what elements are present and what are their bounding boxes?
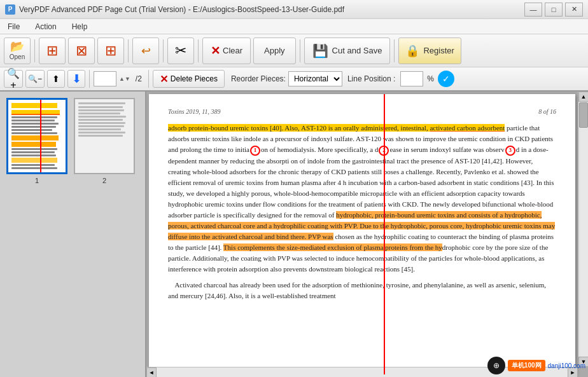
line-position-label: Line Position : — [345, 74, 398, 83]
cut-line — [384, 94, 385, 374]
thumbnail-1[interactable]: 1 — [6, 98, 67, 184]
down-icon: ⬇ — [72, 72, 81, 86]
save-icon: 💾 — [312, 43, 328, 58]
zoom-out-button[interactable]: 🔍− — [25, 70, 45, 88]
page-spinner: ▲▼ — [119, 76, 130, 82]
cut-horizontal-button[interactable]: ⊠ — [68, 38, 95, 64]
close-button[interactable]: ✕ — [565, 3, 583, 17]
thumbnail-2[interactable]: 2 — [74, 98, 135, 184]
menu-file[interactable]: File — [5, 21, 22, 32]
menu-action[interactable]: Action — [32, 21, 59, 32]
reorder-label: Reorder Pieces: — [227, 74, 286, 83]
thumb-frame-1[interactable] — [6, 98, 67, 174]
thumbnail-panel: 1 2 — [0, 92, 146, 377]
page-total: /2 — [133, 74, 144, 83]
scroll-left-button[interactable]: ◄ — [146, 367, 157, 378]
delete-pieces-button[interactable]: ✕ Delete Pieces — [153, 70, 225, 88]
register-button[interactable]: 🔒 Register — [398, 38, 461, 64]
page-header: Toxins 2019, 11, 389 8 of 16 — [168, 107, 556, 116]
toolbar2-sep-1 — [89, 70, 90, 88]
app-icon: P — [5, 4, 15, 15]
home-button[interactable]: ⬆ — [47, 70, 65, 88]
reorder-select[interactable]: HorizontalVertical — [288, 71, 342, 86]
down-button[interactable]: ⬇ — [67, 70, 85, 88]
thumb-red-line-1 — [40, 100, 41, 172]
undo-button[interactable]: ↩ — [132, 38, 159, 64]
main-toolbar: 📂 Open ⊞ ⊠ ⊞ ↩ ✂ ✕ Clear Apply 💾 Cut and — [0, 34, 588, 67]
pdf-content: adsorb protein-bound uremic toxins [40].… — [168, 123, 556, 301]
apply-button[interactable]: Apply — [253, 38, 296, 64]
delete-pieces-label: Delete Pieces — [171, 74, 218, 83]
clear-button[interactable]: ✕ Clear — [202, 38, 251, 64]
cut-save-label: Cut and Save — [332, 46, 382, 55]
clear-label: Clear — [223, 46, 242, 55]
apply-label: Apply — [264, 46, 285, 55]
secondary-toolbar: 🔍+ 🔍− ⬆ ⬇ 1 ▲▼ /2 ✕ Delete Pieces Reorde… — [0, 67, 588, 92]
clear-x-icon: ✕ — [211, 44, 220, 58]
cut-vertical-icon: ⊞ — [46, 44, 58, 58]
thumb-label-1: 1 — [35, 177, 39, 184]
toolbar-separator-1 — [34, 39, 35, 62]
main-area: 1 2 ▲ — [0, 92, 588, 377]
content-area: ▲ ▼ Toxins 2019, 11, 389 8 of 16 adsorb … — [146, 92, 588, 377]
scroll-track[interactable] — [578, 102, 588, 357]
confirm-button[interactable]: ✓ — [438, 71, 454, 87]
page-number-input[interactable]: 1 — [94, 71, 116, 86]
thumb-label-2: 2 — [102, 177, 106, 184]
pdf-page: Toxins 2019, 11, 389 8 of 16 adsorb prot… — [149, 94, 575, 374]
window-title: VeryPDF Advanced PDF Page Cut (Trial Ver… — [19, 5, 344, 14]
minimize-button[interactable]: — — [524, 3, 542, 17]
toolbar2-sep-2 — [148, 70, 149, 88]
undo-icon: ↩ — [141, 45, 151, 57]
scroll-up-button[interactable]: ▲ — [578, 92, 588, 102]
open-label: Open — [10, 53, 25, 60]
scroll-thumb[interactable] — [579, 102, 588, 128]
toolbar-separator-3 — [163, 39, 164, 62]
open-icon: 📂 — [10, 41, 24, 52]
watermark-url: danji100.com — [548, 362, 585, 369]
cut-vertical-button[interactable]: ⊞ — [39, 38, 66, 64]
open-button[interactable]: 📂 Open — [4, 38, 31, 64]
watermark: ⊕ 单机100网 danji100.com — [487, 357, 585, 374]
toolbar-separator-5 — [300, 39, 300, 62]
scissors-icon: ✂ — [175, 44, 186, 58]
line-position-input[interactable]: 33 — [400, 71, 423, 86]
maximize-button[interactable]: □ — [545, 3, 563, 17]
toolbar-separator-2 — [128, 39, 129, 62]
thumb-frame-2[interactable] — [74, 98, 135, 174]
page-header-right: 8 of 16 — [538, 107, 556, 116]
page-header-left: Toxins 2019, 11, 389 — [168, 107, 221, 116]
title-bar: P VeryPDF Advanced PDF Page Cut (Trial V… — [0, 0, 588, 19]
cut-grid-icon: ⊞ — [105, 44, 116, 58]
toolbar-separator-6 — [394, 39, 395, 62]
zoom-in-icon: 🔍+ — [4, 67, 22, 91]
toolbar-separator-4 — [198, 39, 199, 62]
vertical-scrollbar[interactable]: ▲ ▼ — [578, 92, 588, 367]
zoom-in-button[interactable]: 🔍+ — [4, 70, 23, 88]
register-label: Register — [423, 46, 454, 55]
cut-horizontal-icon: ⊠ — [76, 44, 87, 58]
cut-save-button[interactable]: 💾 Cut and Save — [304, 38, 391, 64]
cut-mode-button[interactable]: ✂ — [167, 38, 194, 64]
menu-bar: File Action Help — [0, 19, 588, 34]
home-icon: ⬆ — [52, 74, 60, 84]
watermark-badge: 单机100网 — [508, 360, 545, 371]
percent-label: % — [426, 74, 435, 83]
cut-grid-button[interactable]: ⊞ — [97, 38, 124, 64]
lock-icon: 🔒 — [405, 44, 419, 58]
menu-help[interactable]: Help — [69, 21, 90, 32]
delete-x-icon: ✕ — [160, 73, 168, 85]
